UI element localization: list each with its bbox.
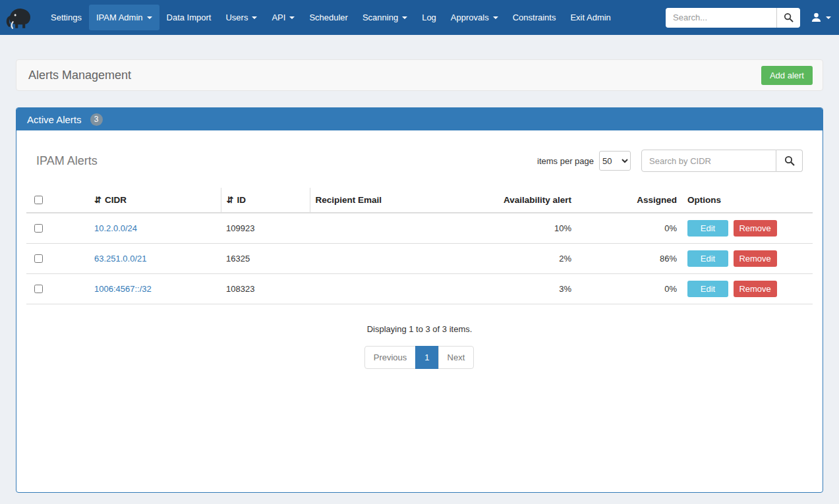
cidr-search-button[interactable] <box>776 150 803 172</box>
options-cell: Edit Remove <box>682 244 813 274</box>
user-menu[interactable] <box>811 12 831 23</box>
active-alerts-body: IPAM Alerts items per page 50 <box>16 130 823 492</box>
assigned-cell: 86% <box>577 244 682 274</box>
edit-button[interactable]: Edit <box>687 281 728 297</box>
nav-link-users[interactable]: Users <box>218 5 264 30</box>
sort-icon: ⇵ <box>227 195 234 205</box>
search-icon <box>784 13 794 22</box>
cidr-cell: 63.251.0.0/21 <box>89 244 221 274</box>
pagination-page-1[interactable]: 1 <box>415 346 438 369</box>
alerts-table: ⇵CIDR ⇵ID Recipient Email Availability a… <box>26 188 813 304</box>
column-header-availability: Availability alert <box>475 188 577 213</box>
cidr-link[interactable]: 63.251.0.0/21 <box>94 254 147 264</box>
select-all-checkbox[interactable] <box>34 196 43 204</box>
nav-link-exit-admin[interactable]: Exit Admin <box>563 5 618 30</box>
nav-label: Scanning <box>362 13 398 22</box>
nav-link-data-import[interactable]: Data Import <box>159 5 219 30</box>
items-per-page-select[interactable]: 50 <box>599 151 631 171</box>
nav-item-ipam-admin: IPAM Admin <box>89 5 159 30</box>
page-title: Alerts Management <box>28 69 131 82</box>
alert-count-badge: 3 <box>90 113 103 126</box>
checkbox-cell <box>26 244 89 274</box>
active-alerts-heading: Active Alerts 3 <box>16 108 823 130</box>
nav-link-constraints[interactable]: Constraints <box>506 5 564 30</box>
row-checkbox[interactable] <box>34 254 43 263</box>
cidr-link[interactable]: 10.2.0.0/24 <box>94 223 137 233</box>
remove-button[interactable]: Remove <box>734 220 777 237</box>
nav-label: Data Import <box>167 13 212 22</box>
cidr-cell: 10.2.0.0/24 <box>89 213 221 244</box>
nav-item-scanning: Scanning <box>355 5 415 30</box>
edit-button[interactable]: Edit <box>687 250 728 267</box>
id-cell: 109923 <box>221 213 310 244</box>
nav-link-ipam-admin[interactable]: IPAM Admin <box>89 5 159 30</box>
pagination-previous[interactable]: Previous <box>364 346 417 369</box>
remove-button[interactable]: Remove <box>734 281 777 297</box>
nav-item-approvals: Approvals <box>444 5 506 30</box>
caret-down-icon <box>147 16 152 19</box>
navbar-search <box>666 8 800 28</box>
navbar-search-input[interactable] <box>666 8 776 28</box>
nav-link-scanning[interactable]: Scanning <box>355 5 415 30</box>
assigned-cell: 0% <box>577 274 682 304</box>
navbar-search-button[interactable] <box>776 8 800 28</box>
nav-label: Constraints <box>513 13 556 22</box>
pagination-next[interactable]: Next <box>438 346 475 369</box>
nav-label: Users <box>225 13 248 22</box>
nav-item-scheduler: Scheduler <box>302 5 355 30</box>
nav-link-api[interactable]: API <box>264 5 302 30</box>
caret-down-icon <box>402 16 407 19</box>
nav-item-log: Log <box>415 5 444 30</box>
edit-button[interactable]: Edit <box>687 220 728 237</box>
table-title: IPAM Alerts <box>36 154 98 168</box>
availability-cell: 2% <box>475 244 577 274</box>
caret-down-icon <box>826 16 831 19</box>
column-header-cidr[interactable]: ⇵CIDR <box>89 188 221 213</box>
nav-item-data-import: Data Import <box>159 5 219 30</box>
column-header-id[interactable]: ⇵ID <box>221 188 310 213</box>
nav-link-scheduler[interactable]: Scheduler <box>302 5 355 30</box>
options-cell: Edit Remove <box>682 274 813 304</box>
nav-item-exit-admin: Exit Admin <box>563 5 618 30</box>
nav-label: Log <box>422 13 436 22</box>
availability-cell: 3% <box>475 274 577 304</box>
table-header-row: ⇵CIDR ⇵ID Recipient Email Availability a… <box>26 188 813 213</box>
nav-label: IPAM Admin <box>96 13 143 22</box>
nav-label: Approvals <box>451 13 489 22</box>
remove-button[interactable]: Remove <box>734 250 777 267</box>
nav-label: Settings <box>51 13 82 22</box>
active-alerts-panel: Active Alerts 3 IPAM Alerts items per pa… <box>16 107 823 493</box>
recipient-email-cell <box>310 213 475 244</box>
user-icon <box>811 12 822 23</box>
recipient-email-cell <box>310 244 475 274</box>
checkbox-cell <box>26 274 89 304</box>
select-all-cell <box>26 188 89 213</box>
mammoth-icon <box>5 3 34 32</box>
alerts-management-header: Alerts Management Add alert <box>16 59 823 91</box>
phpipam-logo[interactable] <box>5 3 34 32</box>
row-checkbox[interactable] <box>34 285 43 293</box>
nav-link-settings[interactable]: Settings <box>43 5 89 30</box>
cidr-link[interactable]: 1006:4567::/32 <box>94 284 152 294</box>
nav-item-users: Users <box>218 5 264 30</box>
nav-item-api: API <box>264 5 302 30</box>
table-row: 1006:4567::/32 108323 3% 0% Edit Remove <box>26 274 813 304</box>
nav-label: Exit Admin <box>570 13 610 22</box>
caret-down-icon <box>289 16 295 19</box>
add-alert-button[interactable]: Add alert <box>761 66 813 85</box>
checkbox-cell <box>26 213 89 244</box>
nav-item-constraints: Constraints <box>506 5 564 30</box>
caret-down-icon <box>252 16 257 19</box>
column-label: ID <box>237 195 246 205</box>
row-checkbox[interactable] <box>34 224 43 233</box>
nav-label: API <box>272 13 285 22</box>
nav-item-settings: Settings <box>43 5 89 30</box>
cidr-search <box>641 150 803 172</box>
nav-link-approvals[interactable]: Approvals <box>444 5 506 30</box>
id-cell: 108323 <box>221 274 310 304</box>
nav-link-log[interactable]: Log <box>415 5 444 30</box>
table-row: 10.2.0.0/24 109923 10% 0% Edit Remove <box>26 213 813 244</box>
items-per-page-label: items per page <box>537 156 594 166</box>
column-header-options: Options <box>682 188 813 213</box>
cidr-search-input[interactable] <box>641 150 776 172</box>
